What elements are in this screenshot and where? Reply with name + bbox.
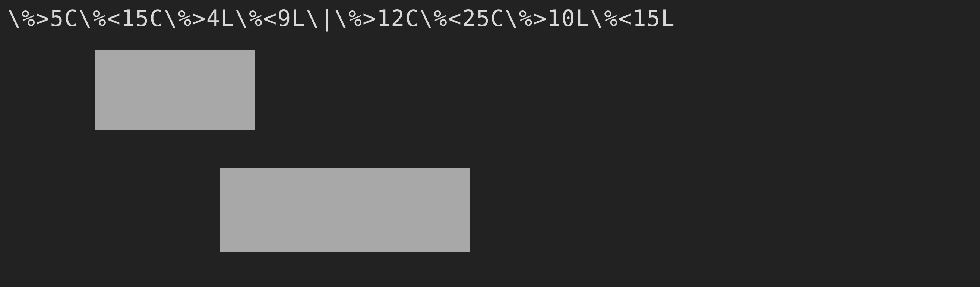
header-code-text: \%>5C\%<15C\%>4L\%<9L\|\%>12C\%<25C\%>10… bbox=[8, 5, 972, 31]
rectangle-1 bbox=[95, 50, 255, 131]
rectangle-2 bbox=[220, 168, 469, 252]
